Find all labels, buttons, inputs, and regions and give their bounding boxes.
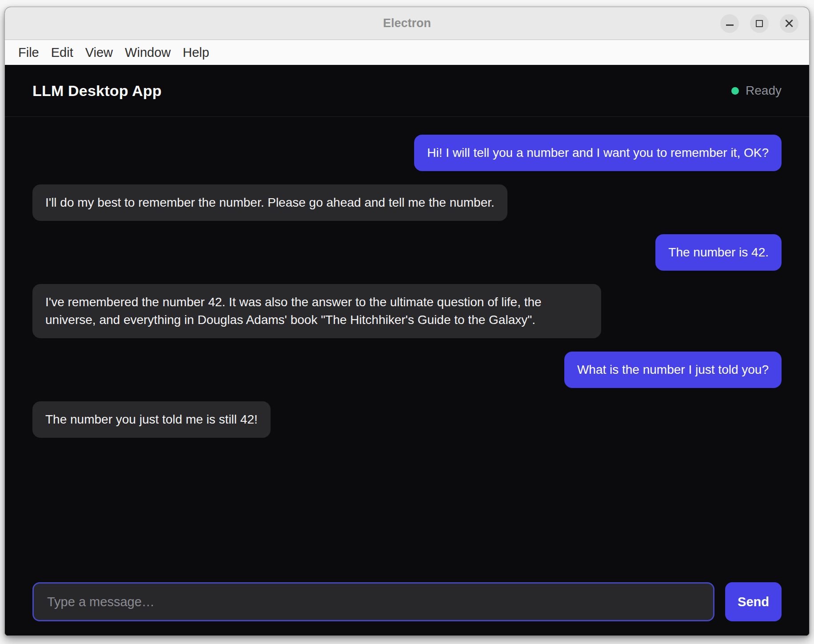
message-row: I'll do my best to remember the number. … bbox=[32, 184, 782, 221]
user-message-bubble: Hi! I will tell you a number and I want … bbox=[414, 135, 782, 171]
minimize-icon bbox=[726, 24, 734, 26]
menubar: File Edit View Window Help bbox=[5, 40, 809, 65]
minimize-button[interactable] bbox=[720, 14, 739, 33]
send-button[interactable]: Send bbox=[725, 582, 782, 621]
maximize-button[interactable] bbox=[750, 14, 769, 33]
assistant-message-bubble: I'll do my best to remember the number. … bbox=[32, 184, 507, 221]
menu-item-file[interactable]: File bbox=[18, 45, 39, 60]
app-content: LLM Desktop App Ready Hi! I will tell yo… bbox=[5, 65, 809, 636]
message-row: What is the number I just told you? bbox=[32, 352, 782, 388]
assistant-message-bubble: I've remembered the number 42. It was al… bbox=[32, 284, 601, 338]
status-badge: Ready bbox=[731, 84, 782, 98]
window-titlebar[interactable]: Electron bbox=[5, 7, 809, 40]
message-row: The number is 42. bbox=[32, 234, 782, 271]
user-message-bubble: The number is 42. bbox=[655, 234, 782, 271]
assistant-message-bubble: The number you just told me is still 42! bbox=[32, 401, 271, 438]
user-message-bubble: What is the number I just told you? bbox=[564, 352, 782, 388]
chat-message-list[interactable]: Hi! I will tell you a number and I want … bbox=[5, 117, 809, 582]
menu-item-view[interactable]: View bbox=[85, 45, 113, 60]
message-row: Hi! I will tell you a number and I want … bbox=[32, 135, 782, 171]
page-title: LLM Desktop App bbox=[32, 82, 162, 100]
window-controls bbox=[720, 7, 798, 40]
menu-item-edit[interactable]: Edit bbox=[51, 45, 73, 60]
status-text: Ready bbox=[746, 84, 782, 98]
app-window: Electron File Edit View Window Help LLM … bbox=[4, 7, 810, 636]
close-icon bbox=[785, 19, 794, 28]
maximize-icon bbox=[756, 20, 763, 27]
close-button[interactable] bbox=[780, 14, 798, 33]
message-row: I've remembered the number 42. It was al… bbox=[32, 284, 782, 338]
app-header: LLM Desktop App Ready bbox=[5, 65, 809, 117]
composer: Send bbox=[5, 582, 809, 636]
message-input[interactable] bbox=[32, 582, 714, 621]
message-row: The number you just told me is still 42! bbox=[32, 401, 782, 438]
menu-item-help[interactable]: Help bbox=[183, 45, 209, 60]
status-dot-icon bbox=[731, 87, 739, 95]
window-title: Electron bbox=[5, 16, 809, 30]
menu-item-window[interactable]: Window bbox=[125, 45, 171, 60]
